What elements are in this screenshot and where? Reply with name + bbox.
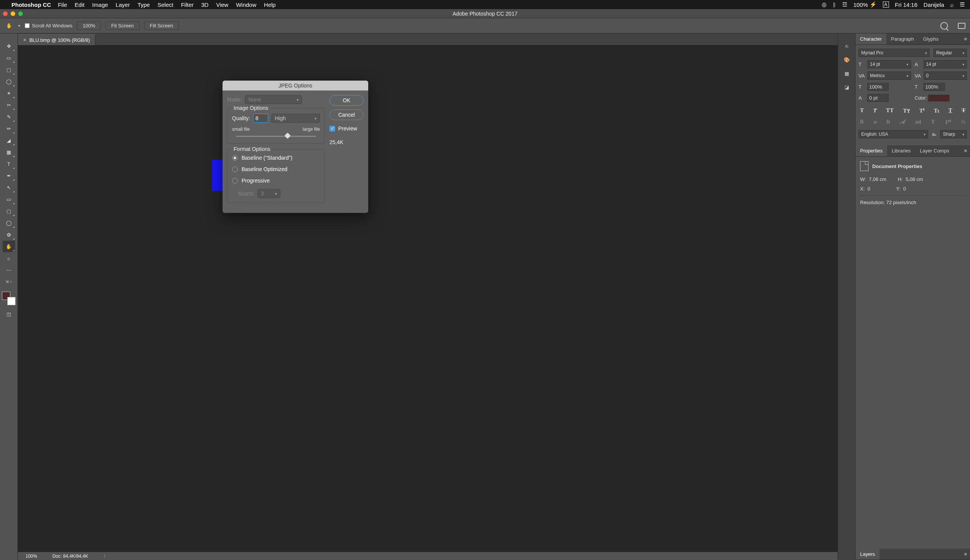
input-source-icon[interactable]: A (883, 2, 889, 8)
eyedropper-tool[interactable]: ✎ (3, 111, 15, 122)
artboard-tool[interactable]: ▭ (3, 52, 15, 63)
tab-character[interactable]: Character (855, 33, 887, 45)
panel-menu-icon[interactable]: ≡ (961, 33, 970, 45)
path-select-tool[interactable]: ↖ (3, 182, 15, 193)
window-minimize[interactable] (11, 12, 15, 16)
pen-tool[interactable]: ✒ (3, 170, 15, 181)
rectangle-tool[interactable]: ▭ (3, 193, 15, 205)
radio-progressive[interactable]: Progressive (232, 178, 320, 183)
tab-properties[interactable]: Properties (855, 145, 887, 156)
window-close[interactable] (3, 12, 8, 16)
zoom-level[interactable]: 100% (25, 553, 37, 559)
menu-window[interactable]: Window (236, 2, 256, 8)
language-select[interactable]: English: USA▾ (858, 130, 928, 138)
menu-help[interactable]: Help (264, 2, 276, 8)
cancel-button[interactable]: Cancel (329, 110, 364, 120)
canvas[interactable]: JPEG Options Matte: None▾ Image Options (18, 46, 838, 552)
rounded-rect-tool[interactable]: ▢ (3, 205, 15, 217)
tool-options-chevron-icon[interactable]: ▾ (18, 23, 20, 28)
tab-libraries[interactable]: Libraries (887, 145, 915, 156)
fill-screen-button[interactable]: Fill Screen (144, 21, 179, 30)
menu-layer[interactable]: Layer (116, 2, 130, 8)
opentype-icons[interactable]: fi𝓸ſt𝒜adT1ˢᵗ½ (858, 116, 967, 128)
battery-status[interactable]: 100% ⚡ (853, 1, 877, 8)
kerning-select[interactable]: VAMetrics▾ (858, 72, 911, 80)
swap-colors-icon[interactable]: ⤧ ▫ (3, 276, 15, 287)
vertical-scale-input[interactable]: T (858, 83, 911, 91)
gradient-tool[interactable]: ▦ (3, 147, 15, 158)
marquee-tool[interactable]: ▢ (3, 64, 15, 75)
history-panel-icon[interactable]: ⎋ (842, 42, 851, 50)
text-color[interactable]: Color: (915, 95, 967, 102)
spotlight-icon[interactable]: ⌕ (950, 2, 953, 8)
preview-checkbox[interactable]: ✓ Preview (329, 125, 364, 132)
tab-glyphs[interactable]: Glyphs (919, 33, 943, 45)
tab-layers[interactable]: Layers (855, 548, 880, 560)
bluetooth-icon[interactable]: ᛒ (833, 2, 836, 8)
panel-menu-icon[interactable]: ≡ (961, 548, 970, 560)
quality-input[interactable] (253, 114, 268, 123)
document-tab[interactable]: × BLU.bmp @ 100% (RGB/8) (18, 34, 95, 45)
color-swatches[interactable] (2, 292, 16, 305)
brush-tool[interactable]: ✏ (3, 123, 15, 134)
workspace-switcher-icon[interactable] (958, 23, 965, 29)
quality-slider[interactable] (232, 133, 320, 139)
menu-list-icon[interactable]: ☰ (960, 1, 965, 8)
doc-size[interactable]: Doc: 84,4K/84,4K (52, 553, 88, 559)
menu-view[interactable]: View (216, 2, 228, 8)
tab-layer-comps[interactable]: Layer Comps (915, 145, 953, 156)
move-tool[interactable]: ✥ (3, 40, 15, 52)
antialias-select[interactable]: Sharp▾ (940, 130, 967, 138)
adjustments-panel-icon[interactable]: ◪ (842, 83, 851, 91)
user-menu[interactable]: Danijela (923, 2, 944, 8)
cloud-icon[interactable]: ◎ (821, 1, 826, 8)
zoom-100-button[interactable]: 100% (77, 21, 101, 30)
edit-toolbar[interactable]: ⋯ (3, 264, 15, 276)
color-panel-icon[interactable]: 🎨 (842, 55, 851, 64)
menu-filter[interactable]: Filter (181, 2, 194, 8)
ok-button[interactable]: OK (329, 95, 364, 106)
scroll-all-checkbox[interactable]: Scroll All Windows (25, 23, 72, 28)
menu-3d[interactable]: 3D (201, 2, 209, 8)
crop-tool[interactable]: ✂ (3, 99, 15, 111)
type-style-icons[interactable]: TTTTTᴛTᵗTₜTT (858, 105, 967, 116)
quick-mask-icon[interactable]: ◫ (3, 308, 15, 320)
swatches-panel-icon[interactable]: ▦ (842, 69, 851, 78)
zoom-tool[interactable]: ⌕ (3, 252, 15, 264)
background-color[interactable] (7, 297, 16, 305)
radio-baseline-standard[interactable]: Baseline ("Standard") (232, 155, 320, 161)
checkbox-icon: ✓ (329, 126, 335, 132)
leading-input[interactable]: A14 pt▾ (915, 60, 967, 68)
menu-type[interactable]: Type (137, 2, 150, 8)
lasso-tool[interactable]: ◯ (3, 76, 15, 87)
ellipse-tool[interactable]: ◯ (3, 217, 15, 228)
radio-baseline-optimized[interactable]: Baseline Optimized (232, 166, 320, 172)
menu-image[interactable]: Image (92, 2, 108, 8)
window-maximize[interactable] (18, 12, 23, 16)
type-tool[interactable]: T (3, 158, 15, 170)
eraser-tool[interactable]: ◢ (3, 135, 15, 146)
search-icon[interactable] (940, 22, 948, 30)
status-chevron-icon[interactable]: 〉 (104, 553, 108, 559)
custom-shape-tool[interactable]: ✿ (3, 229, 15, 240)
font-style-select[interactable]: Regular▾ (933, 49, 967, 57)
hand-tool-icon[interactable]: ✋ (5, 21, 14, 30)
font-size-input[interactable]: T14 pt▾ (858, 60, 911, 68)
menu-edit[interactable]: Edit (75, 2, 84, 8)
menu-select[interactable]: Select (157, 2, 174, 8)
close-tab-icon[interactable]: × (23, 37, 26, 43)
hand-tool[interactable]: ✋ (3, 241, 15, 252)
quality-preset-select[interactable]: High▾ (271, 114, 320, 123)
font-family-select[interactable]: Myriad Pro▾ (858, 49, 930, 57)
quick-select-tool[interactable]: ✴ (3, 87, 15, 99)
baseline-shift-input[interactable]: A (858, 94, 911, 102)
wifi-icon[interactable]: ☲ (842, 1, 847, 8)
tracking-input[interactable]: VA0▾ (915, 72, 967, 80)
app-name[interactable]: Photoshop CC (12, 2, 51, 8)
panel-menu-icon[interactable]: ≡ (961, 145, 970, 156)
horizontal-scale-input[interactable]: T (915, 83, 967, 91)
clock[interactable]: Fri 14:16 (895, 2, 918, 8)
tab-paragraph[interactable]: Paragraph (887, 33, 919, 45)
menu-file[interactable]: File (58, 2, 67, 8)
fit-screen-button[interactable]: Fit Screen (105, 21, 139, 30)
